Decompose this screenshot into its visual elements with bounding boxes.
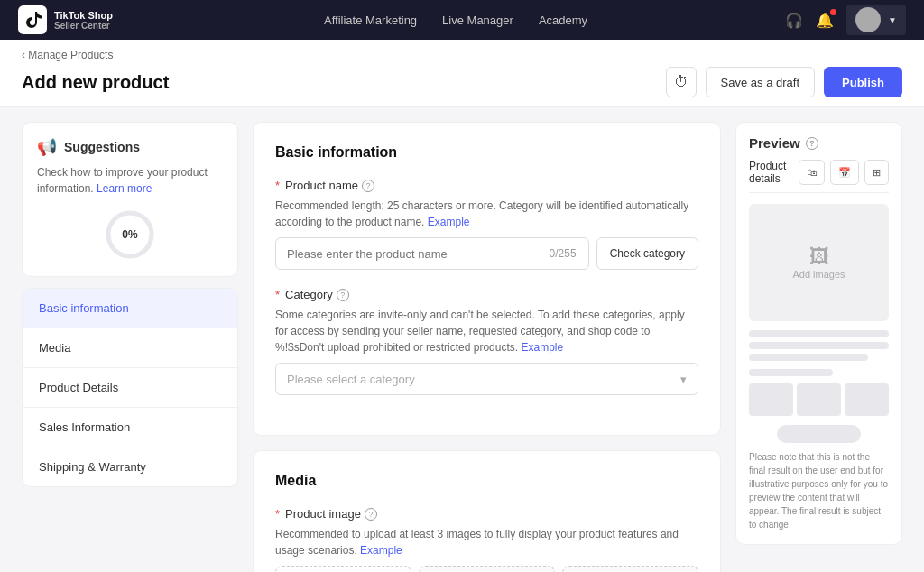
user-menu[interactable]: ▼ — [846, 5, 906, 35]
suggestions-title: Suggestions — [64, 140, 140, 154]
product-image-example-link[interactable]: Example — [360, 544, 402, 557]
suggestions-header: 📢 Suggestions — [37, 137, 223, 157]
left-sidebar: 📢 Suggestions Check how to improve your … — [22, 122, 238, 572]
preview-line-4 — [749, 369, 833, 376]
category-example-link[interactable]: Example — [521, 341, 563, 354]
upload-placeholder-1[interactable] — [419, 566, 555, 572]
category-field-group: * Category ? Some categories are invite-… — [275, 288, 698, 395]
category-hint: Some categories are invite-only and can'… — [275, 307, 698, 355]
chevron-down-icon: ▼ — [888, 15, 897, 25]
preview-thumb-1 — [749, 383, 793, 416]
preview-thumbnails — [749, 383, 889, 416]
top-nav-right: 🎧 🔔 ▼ — [785, 5, 906, 35]
upload-main-image[interactable]: 🖼 Upload main image Dimensions: 300*300p… — [275, 566, 411, 572]
save-draft-button[interactable]: Save as a draft — [706, 67, 815, 97]
main-content: 📢 Suggestions Check how to improve your … — [0, 107, 924, 572]
calendar-icon: 📅 — [838, 167, 851, 179]
progress-label: 0% — [122, 228, 137, 241]
nav-live-manager[interactable]: Live Manager — [442, 14, 513, 27]
notification-bell[interactable]: 🔔 — [816, 12, 834, 29]
basic-info-title: Basic information — [275, 144, 698, 161]
suggestions-card: 📢 Suggestions Check how to improve your … — [22, 122, 238, 277]
category-info-icon[interactable]: ? — [337, 289, 349, 301]
headset-icon[interactable]: 🎧 — [785, 12, 803, 29]
preview-card: Preview ? Product details 🛍 📅 ⊞ 🖼 Add im… — [735, 122, 902, 545]
grid-icon: ⊞ — [873, 167, 881, 179]
product-name-hint: Recommended length: 25 characters or mor… — [275, 198, 698, 230]
publish-button[interactable]: Publish — [824, 67, 902, 97]
tiktok-logo-icon — [18, 5, 47, 34]
product-image-label: * Product image ? — [275, 507, 698, 521]
left-nav-card: Basic information Media Product Details … — [22, 288, 238, 487]
breadcrumb-parent[interactable]: Manage Products — [28, 49, 113, 61]
media-upload-area: 🖼 Upload main image Dimensions: 300*300p… — [275, 566, 698, 572]
avatar — [855, 7, 881, 32]
media-title: Media — [275, 473, 698, 489]
product-name-example-link[interactable]: Example — [428, 216, 470, 228]
history-button[interactable]: ⏱ — [666, 67, 697, 97]
preview-tabs: Product details 🛍 📅 ⊞ — [749, 160, 889, 193]
progress-circle-container: 0% — [37, 208, 223, 262]
product-name-info-icon[interactable]: ? — [362, 180, 374, 192]
preview-header: Preview ? — [749, 135, 889, 151]
preview-content-lines — [749, 330, 889, 376]
preview-line-2 — [749, 342, 889, 349]
nav-affiliate-marketing[interactable]: Affiliate Marketing — [324, 14, 417, 27]
preview-line-1 — [749, 330, 889, 337]
top-navigation: TikTok Shop Seller Center Affiliate Mark… — [0, 0, 924, 40]
preview-line-3 — [749, 354, 868, 361]
breadcrumb: ‹ Manage Products — [22, 49, 902, 61]
product-name-label: * Product name ? — [275, 179, 698, 192]
preview-action-bar — [777, 425, 861, 443]
preview-thumb-2 — [797, 383, 841, 416]
product-image-hint: Recommended to upload at least 3 images … — [275, 526, 698, 558]
page-title-row: Add new product ⏱ Save as a draft Publis… — [22, 67, 902, 106]
media-section: Media * Product image ? Recommended to u… — [253, 450, 721, 572]
preview-tab-calendar[interactable]: 📅 — [830, 160, 859, 185]
notification-dot — [830, 9, 836, 15]
preview-tab-grid[interactable]: ⊞ — [864, 160, 889, 185]
preview-note: Please note that this is not the final r… — [749, 450, 889, 531]
product-name-input[interactable] — [275, 237, 589, 270]
header-actions: ⏱ Save as a draft Publish — [666, 67, 902, 97]
add-images-label: Add images — [792, 269, 845, 280]
preview-tab-shop[interactable]: 🛍 — [799, 160, 825, 185]
center-panel: Basic information * Product name ? Recom… — [253, 122, 721, 572]
subheader: ‹ Manage Products Add new product ⏱ Save… — [0, 40, 924, 107]
sidebar-item-basic-information[interactable]: Basic information — [23, 289, 237, 328]
sidebar-item-sales-information[interactable]: Sales Information — [23, 408, 237, 447]
upload-placeholder-2[interactable] — [562, 566, 698, 572]
product-image-info-icon[interactable]: ? — [365, 508, 377, 521]
char-count: 0/255 — [550, 247, 580, 260]
add-images-icon: 🖼 — [809, 245, 829, 269]
category-select[interactable]: Please select a category ▾ — [275, 363, 698, 395]
sidebar-item-product-details[interactable]: Product Details — [23, 368, 237, 408]
progress-circle: 0% — [103, 208, 157, 262]
chevron-down-icon: ▾ — [680, 373, 687, 386]
shop-icon: 🛍 — [807, 167, 817, 178]
chevron-left-icon: ‹ — [22, 49, 25, 61]
nav-links: Affiliate Marketing Live Manager Academy — [155, 14, 756, 27]
sidebar-item-media[interactable]: Media — [23, 328, 237, 368]
sidebar-item-shipping-warranty[interactable]: Shipping & Warranty — [23, 447, 237, 486]
preview-info-icon[interactable]: ? — [806, 137, 818, 150]
logo[interactable]: TikTok Shop Seller Center — [18, 5, 126, 34]
preview-product-details-tab[interactable]: Product details — [749, 160, 790, 185]
suggestions-description: Check how to improve your product inform… — [37, 164, 223, 197]
product-name-input-row: 0/255 Check category — [275, 237, 698, 270]
learn-more-link[interactable]: Learn more — [97, 182, 152, 195]
nav-academy[interactable]: Academy — [539, 14, 587, 27]
product-name-field-group: * Product name ? Recommended length: 25 … — [275, 179, 698, 270]
preview-title: Preview — [749, 135, 800, 151]
preview-thumb-3 — [845, 383, 889, 416]
page-title: Add new product — [22, 72, 169, 93]
preview-image-area: 🖼 Add images — [749, 204, 889, 321]
category-label: * Category ? — [275, 288, 698, 301]
basic-information-section: Basic information * Product name ? Recom… — [253, 122, 721, 436]
check-category-button[interactable]: Check category — [596, 237, 698, 270]
right-sidebar: Preview ? Product details 🛍 📅 ⊞ 🖼 Add im… — [735, 122, 902, 572]
product-image-field-group: * Product image ? Recommended to upload … — [275, 507, 698, 572]
megaphone-icon: 📢 — [37, 137, 57, 157]
